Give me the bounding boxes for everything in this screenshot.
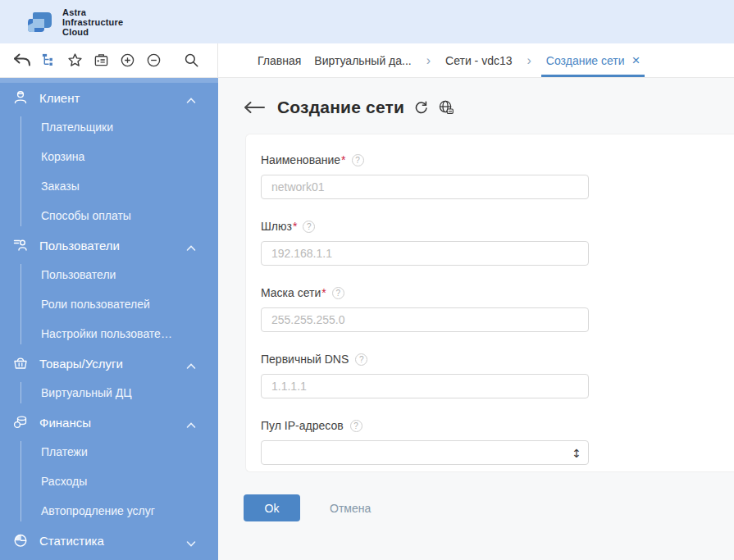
required-mark: * [321, 286, 326, 299]
primary-dns-input[interactable] [261, 374, 589, 398]
name-input[interactable] [261, 175, 589, 199]
help-icon[interactable]: ? [352, 154, 364, 166]
tab-virtual-dc[interactable]: Виртуальный да... [309, 43, 416, 77]
sidebar-section-statistics[interactable]: Статистика [0, 526, 218, 555]
badge-icon[interactable] [89, 48, 113, 73]
sidebar-section-products[interactable]: Товары/Услуги [0, 348, 218, 378]
sidebar-section-users[interactable]: Пользователи [0, 230, 218, 260]
sidebar-item-users[interactable]: Пользователи [0, 260, 218, 289]
field-netmask: Маска сети* ? [261, 286, 589, 332]
chevron-up-icon [186, 418, 196, 426]
netmask-input[interactable] [261, 307, 589, 332]
coins-icon [12, 414, 29, 430]
zoom-out-icon[interactable] [141, 48, 166, 73]
sidebar-item-auto-renewal[interactable]: Автопродление услуг [0, 496, 218, 526]
users-list-icon [12, 237, 29, 253]
field-name: Наименование* ? [261, 153, 589, 199]
tree-view-icon[interactable] [36, 48, 61, 73]
sidebar-subgroup-users: Пользователи Роли пользователей Настройк… [0, 260, 218, 348]
sidebar-section-label: Статистика [39, 534, 104, 548]
sidebar-item-orders[interactable]: Заказы [0, 171, 218, 201]
ok-button[interactable]: Ok [244, 494, 300, 521]
sidebar: Клиент Плательщики Корзина Заказы Способ… [0, 78, 218, 560]
tab-networks-vdc13[interactable]: Сети - vdc13 [440, 43, 517, 77]
help-icon[interactable]: ? [350, 420, 362, 432]
sidebar-section-client[interactable]: Клиент [0, 83, 218, 112]
app-window: Astra Infrastructure Cloud [0, 0, 734, 560]
form-card: Наименование* ? Шлюз* ? Маска сети* [245, 134, 734, 472]
required-mark: * [293, 220, 297, 233]
app-header: Astra Infrastructure Cloud [0, 0, 734, 43]
help-icon[interactable]: ? [303, 221, 315, 233]
main-content: Создание сети Наименование* ? [218, 78, 734, 560]
page-title: Создание сети [277, 98, 404, 117]
help-icon[interactable]: ? [332, 287, 344, 299]
field-label: Пул IP-адресов ? [261, 419, 589, 432]
field-label: Наименование* ? [261, 153, 589, 166]
field-gateway: Шлюз* ? [261, 220, 589, 266]
form-actions: Ok Отмена [244, 494, 371, 521]
pie-chart-icon [12, 532, 29, 549]
chevron-right-icon: › [426, 43, 431, 77]
refresh-icon[interactable] [413, 100, 429, 116]
toolbar: Главная Виртуальный да... › Сети - vdc13… [0, 43, 734, 78]
back-icon[interactable] [10, 48, 34, 73]
sidebar-subgroup-client: Плательщики Корзина Заказы Способы оплат… [0, 112, 218, 230]
sidebar-item-user-settings[interactable]: Настройки пользовате… [0, 319, 218, 348]
required-mark: * [341, 153, 345, 166]
chevron-up-icon [186, 93, 196, 102]
tab-create-network[interactable]: Создание сети × [541, 43, 645, 77]
close-icon[interactable]: × [631, 53, 640, 67]
sidebar-subgroup-products: Виртуальный ДЦ [0, 378, 218, 407]
sidebar-item-expenses[interactable]: Расходы [0, 467, 218, 496]
field-label: Первичный DNS ? [261, 353, 589, 366]
astra-cloud-logo-icon [25, 7, 56, 37]
field-primary-dns: Первичный DNS ? [261, 353, 589, 398]
sidebar-section-label: Товары/Услуги [39, 357, 123, 371]
toolbar-icon-group [0, 43, 218, 77]
sidebar-section-label: Клиент [39, 91, 80, 105]
globe-network-icon[interactable] [438, 99, 454, 116]
sidebar-section-label: Пользователи [39, 239, 120, 253]
client-user-icon [12, 89, 29, 106]
resize-handle-icon[interactable]: ↕ [572, 447, 581, 460]
sidebar-item-payers[interactable]: Плательщики [0, 112, 218, 142]
zoom-in-icon[interactable] [115, 48, 139, 73]
back-arrow-icon[interactable] [243, 101, 266, 114]
help-icon[interactable]: ? [355, 353, 367, 366]
tab-label: Создание сети [546, 54, 625, 67]
field-label: Маска сети* ? [261, 286, 589, 299]
chevron-up-icon [186, 241, 196, 249]
sidebar-subgroup-finance: Платежи Расходы Автопродление услуг [0, 437, 218, 526]
gateway-input[interactable] [261, 241, 589, 266]
chevron-right-icon: › [527, 43, 531, 77]
breadcrumb-tabs: Главная Виртуальный да... › Сети - vdc13… [218, 43, 645, 77]
chevron-down-icon [186, 536, 196, 544]
brand-text: Astra Infrastructure Cloud [62, 7, 123, 37]
sidebar-item-user-roles[interactable]: Роли пользователей [0, 289, 218, 319]
search-icon[interactable] [179, 48, 203, 73]
ip-pool-textarea[interactable] [261, 440, 589, 465]
sidebar-item-payments[interactable]: Платежи [0, 437, 218, 467]
sidebar-item-virtual-dc[interactable]: Виртуальный ДЦ [0, 378, 218, 407]
basket-icon [12, 355, 29, 371]
sidebar-section-finance[interactable]: Финансы [0, 407, 218, 437]
page-head: Создание сети [243, 98, 454, 117]
tab-label: Виртуальный да... [314, 54, 411, 67]
star-icon[interactable] [62, 48, 87, 73]
sidebar-item-payment-methods[interactable]: Способы оплаты [0, 201, 218, 230]
tab-label: Главная [258, 54, 301, 67]
sidebar-section-label: Финансы [39, 416, 91, 430]
cancel-button[interactable]: Отмена [330, 502, 371, 515]
sidebar-item-cart[interactable]: Корзина [0, 142, 218, 171]
field-label: Шлюз* ? [261, 220, 589, 233]
chevron-up-icon [186, 359, 196, 367]
tab-label: Сети - vdc13 [445, 54, 512, 67]
tab-home[interactable]: Главная [253, 43, 306, 77]
field-ip-pool: Пул IP-адресов ? ↕ [261, 419, 589, 465]
